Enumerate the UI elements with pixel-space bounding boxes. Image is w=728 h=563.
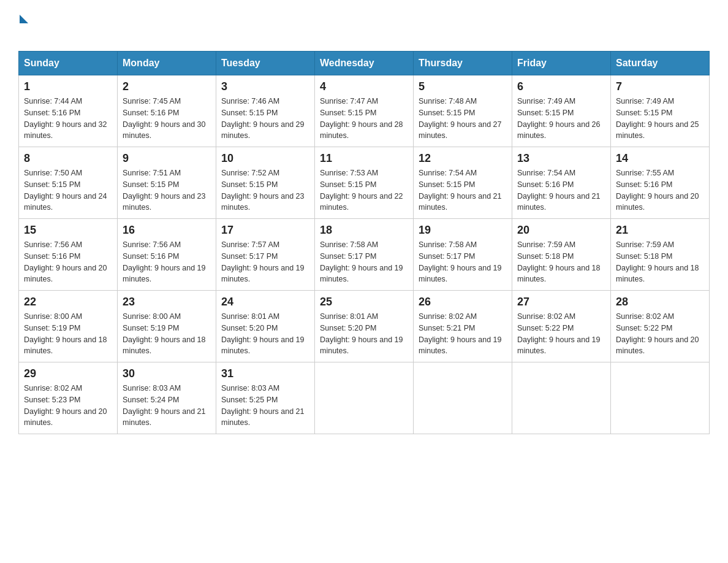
header-day-friday: Friday (512, 52, 611, 75)
day-info: Sunrise: 7:58 AMSunset: 5:17 PMDaylight:… (419, 239, 507, 285)
calendar-cell: 5 Sunrise: 7:48 AMSunset: 5:15 PMDayligh… (414, 75, 512, 147)
calendar-cell: 7 Sunrise: 7:49 AMSunset: 5:15 PMDayligh… (611, 75, 710, 147)
day-number: 1 (24, 80, 112, 93)
day-number: 20 (517, 224, 605, 237)
day-info: Sunrise: 8:02 AMSunset: 5:22 PMDaylight:… (616, 311, 704, 357)
day-number: 22 (24, 296, 112, 308)
calendar-week-row: 1 Sunrise: 7:44 AMSunset: 5:16 PMDayligh… (19, 75, 710, 147)
day-info: Sunrise: 8:00 AMSunset: 5:19 PMDaylight:… (123, 311, 211, 357)
calendar-week-row: 8 Sunrise: 7:50 AMSunset: 5:15 PMDayligh… (19, 147, 710, 219)
day-number: 9 (123, 152, 211, 165)
header-day-thursday: Thursday (414, 52, 512, 75)
day-number: 18 (320, 224, 408, 237)
day-info: Sunrise: 8:02 AMSunset: 5:22 PMDaylight:… (517, 311, 605, 357)
calendar-cell: 2 Sunrise: 7:45 AMSunset: 5:16 PMDayligh… (118, 75, 216, 147)
calendar-cell: 3 Sunrise: 7:46 AMSunset: 5:15 PMDayligh… (216, 75, 315, 147)
calendar-cell: 11 Sunrise: 7:53 AMSunset: 5:15 PMDaylig… (315, 147, 414, 219)
day-info: Sunrise: 7:56 AMSunset: 5:16 PMDaylight:… (24, 239, 112, 285)
day-number: 15 (24, 224, 112, 237)
day-info: Sunrise: 7:54 AMSunset: 5:15 PMDaylight:… (419, 167, 507, 213)
day-info: Sunrise: 8:01 AMSunset: 5:20 PMDaylight:… (320, 311, 408, 357)
day-info: Sunrise: 7:58 AMSunset: 5:17 PMDaylight:… (320, 239, 408, 285)
day-info: Sunrise: 8:03 AMSunset: 5:24 PMDaylight:… (123, 383, 211, 429)
day-number: 5 (419, 80, 507, 93)
calendar-cell: 1 Sunrise: 7:44 AMSunset: 5:16 PMDayligh… (19, 75, 118, 147)
calendar-week-row: 29 Sunrise: 8:02 AMSunset: 5:23 PMDaylig… (19, 362, 710, 434)
calendar-cell: 27 Sunrise: 8:02 AMSunset: 5:22 PMDaylig… (512, 291, 611, 362)
calendar-cell: 16 Sunrise: 7:56 AMSunset: 5:16 PMDaylig… (118, 219, 216, 291)
calendar-cell: 26 Sunrise: 8:02 AMSunset: 5:21 PMDaylig… (414, 291, 512, 362)
calendar-cell (315, 362, 414, 434)
day-info: Sunrise: 7:45 AMSunset: 5:16 PMDaylight:… (123, 96, 211, 142)
calendar-cell: 9 Sunrise: 7:51 AMSunset: 5:15 PMDayligh… (118, 147, 216, 219)
day-number: 12 (419, 152, 507, 165)
day-number: 26 (419, 296, 507, 308)
calendar-cell: 25 Sunrise: 8:01 AMSunset: 5:20 PMDaylig… (315, 291, 414, 362)
day-number: 10 (221, 152, 309, 165)
header-day-tuesday: Tuesday (216, 52, 315, 75)
calendar-cell (414, 362, 512, 434)
day-info: Sunrise: 7:50 AMSunset: 5:15 PMDaylight:… (24, 167, 112, 213)
day-info: Sunrise: 7:59 AMSunset: 5:18 PMDaylight:… (616, 239, 704, 285)
day-number: 6 (517, 80, 605, 93)
calendar-cell: 22 Sunrise: 8:00 AMSunset: 5:19 PMDaylig… (19, 291, 118, 362)
calendar-cell: 8 Sunrise: 7:50 AMSunset: 5:15 PMDayligh… (19, 147, 118, 219)
calendar-cell: 30 Sunrise: 8:03 AMSunset: 5:24 PMDaylig… (118, 362, 216, 434)
day-info: Sunrise: 7:54 AMSunset: 5:16 PMDaylight:… (517, 167, 605, 213)
day-number: 31 (221, 367, 309, 380)
day-info: Sunrise: 7:49 AMSunset: 5:15 PMDaylight:… (517, 96, 605, 142)
calendar-cell (512, 362, 611, 434)
calendar-table: SundayMondayTuesdayWednesdayThursdayFrid… (18, 51, 710, 434)
page-header: General (18, 12, 710, 40)
day-number: 4 (320, 80, 408, 93)
day-number: 25 (320, 296, 408, 308)
day-number: 23 (123, 296, 211, 308)
day-number: 7 (616, 80, 704, 93)
day-number: 21 (616, 224, 704, 237)
day-number: 17 (221, 224, 309, 237)
day-info: Sunrise: 7:47 AMSunset: 5:15 PMDaylight:… (320, 96, 408, 142)
day-info: Sunrise: 7:49 AMSunset: 5:15 PMDaylight:… (616, 96, 704, 142)
calendar-cell: 24 Sunrise: 8:01 AMSunset: 5:20 PMDaylig… (216, 291, 315, 362)
day-info: Sunrise: 8:02 AMSunset: 5:23 PMDaylight:… (24, 383, 112, 429)
day-number: 16 (123, 224, 211, 237)
day-number: 19 (419, 224, 507, 237)
header-day-saturday: Saturday (611, 52, 710, 75)
calendar-cell: 29 Sunrise: 8:02 AMSunset: 5:23 PMDaylig… (19, 362, 118, 434)
day-number: 13 (517, 152, 605, 165)
day-number: 29 (24, 367, 112, 380)
day-info: Sunrise: 7:59 AMSunset: 5:18 PMDaylight:… (517, 239, 605, 285)
day-info: Sunrise: 8:00 AMSunset: 5:19 PMDaylight:… (24, 311, 112, 357)
day-info: Sunrise: 8:03 AMSunset: 5:25 PMDaylight:… (221, 383, 309, 429)
header-day-wednesday: Wednesday (315, 52, 414, 75)
calendar-cell (611, 362, 710, 434)
day-info: Sunrise: 7:48 AMSunset: 5:15 PMDaylight:… (419, 96, 507, 142)
calendar-cell: 18 Sunrise: 7:58 AMSunset: 5:17 PMDaylig… (315, 219, 414, 291)
day-info: Sunrise: 8:01 AMSunset: 5:20 PMDaylight:… (221, 311, 309, 357)
day-info: Sunrise: 7:46 AMSunset: 5:15 PMDaylight:… (221, 96, 309, 142)
day-info: Sunrise: 7:56 AMSunset: 5:16 PMDaylight:… (123, 239, 211, 285)
calendar-week-row: 15 Sunrise: 7:56 AMSunset: 5:16 PMDaylig… (19, 219, 710, 291)
calendar-cell: 31 Sunrise: 8:03 AMSunset: 5:25 PMDaylig… (216, 362, 315, 434)
day-number: 28 (616, 296, 704, 308)
day-number: 11 (320, 152, 408, 165)
calendar-cell: 28 Sunrise: 8:02 AMSunset: 5:22 PMDaylig… (611, 291, 710, 362)
calendar-cell: 19 Sunrise: 7:58 AMSunset: 5:17 PMDaylig… (414, 219, 512, 291)
day-info: Sunrise: 7:55 AMSunset: 5:16 PMDaylight:… (616, 167, 704, 213)
calendar-cell: 23 Sunrise: 8:00 AMSunset: 5:19 PMDaylig… (118, 291, 216, 362)
day-info: Sunrise: 8:02 AMSunset: 5:21 PMDaylight:… (419, 311, 507, 357)
calendar-cell: 10 Sunrise: 7:52 AMSunset: 5:15 PMDaylig… (216, 147, 315, 219)
day-info: Sunrise: 7:57 AMSunset: 5:17 PMDaylight:… (221, 239, 309, 285)
calendar-cell: 15 Sunrise: 7:56 AMSunset: 5:16 PMDaylig… (19, 219, 118, 291)
day-info: Sunrise: 7:52 AMSunset: 5:15 PMDaylight:… (221, 167, 309, 213)
calendar-week-row: 22 Sunrise: 8:00 AMSunset: 5:19 PMDaylig… (19, 291, 710, 362)
day-number: 14 (616, 152, 704, 165)
calendar-cell: 6 Sunrise: 7:49 AMSunset: 5:15 PMDayligh… (512, 75, 611, 147)
calendar-cell: 4 Sunrise: 7:47 AMSunset: 5:15 PMDayligh… (315, 75, 414, 147)
day-info: Sunrise: 7:44 AMSunset: 5:16 PMDaylight:… (24, 96, 112, 142)
calendar-cell: 21 Sunrise: 7:59 AMSunset: 5:18 PMDaylig… (611, 219, 710, 291)
calendar-cell: 13 Sunrise: 7:54 AMSunset: 5:16 PMDaylig… (512, 147, 611, 219)
day-info: Sunrise: 7:51 AMSunset: 5:15 PMDaylight:… (123, 167, 211, 213)
logo: General (18, 12, 79, 40)
calendar-cell: 14 Sunrise: 7:55 AMSunset: 5:16 PMDaylig… (611, 147, 710, 219)
